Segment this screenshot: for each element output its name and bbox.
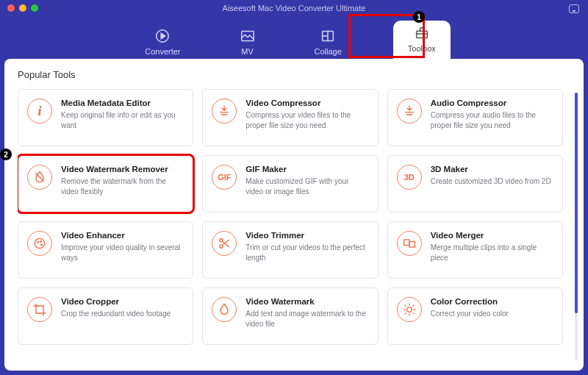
tool-title: GIF Maker bbox=[245, 165, 367, 174]
tool-title: Video Compressor bbox=[245, 99, 367, 107]
svg-rect-10 bbox=[404, 240, 409, 246]
tool-audio-compressor[interactable]: Audio Compressor Compress your audio fil… bbox=[387, 89, 563, 146]
tool-desc: Correct your video color bbox=[431, 309, 552, 319]
compress-audio-icon bbox=[397, 99, 422, 124]
tool-title: Video Enhancer bbox=[61, 231, 182, 240]
svg-point-8 bbox=[220, 239, 223, 242]
svg-point-5 bbox=[37, 242, 39, 243]
tool-gif-maker[interactable]: GIF GIF Maker Make customized GIF with y… bbox=[202, 155, 378, 213]
tool-desc: Merge multiple clips into a single piece bbox=[431, 243, 552, 262]
tool-title: Video Merger bbox=[431, 231, 552, 240]
tool-title: Video Watermark Remover bbox=[61, 165, 182, 174]
content-panel: Popular Tools i Media Metadata Editor Ke… bbox=[4, 59, 584, 371]
app-title: Aiseesoft Mac Video Converter Ultimate bbox=[0, 4, 588, 12]
scrollbar-thumb[interactable] bbox=[575, 93, 578, 313]
tool-title: Color Correction bbox=[431, 297, 552, 306]
svg-point-6 bbox=[40, 241, 42, 243]
tool-desc: Remove the watermark from the video flex… bbox=[61, 176, 182, 196]
tool-title: Video Cropper bbox=[61, 297, 182, 306]
tool-desc: Keep original file info or edit as you w… bbox=[61, 110, 182, 130]
tool-desc: Compress your audio files to the proper … bbox=[431, 110, 552, 130]
toolbox-icon bbox=[414, 25, 430, 41]
compress-icon bbox=[212, 99, 237, 124]
tab-label: Converter bbox=[145, 47, 180, 56]
3d-icon: 3D bbox=[397, 165, 422, 190]
tab-converter[interactable]: Converter bbox=[137, 25, 187, 59]
svg-point-7 bbox=[41, 244, 43, 246]
tool-desc: Add text and image watermark to the vide… bbox=[245, 309, 367, 329]
image-icon bbox=[240, 28, 256, 44]
tool-video-trimmer[interactable]: Video Trimmer Trim or cut your videos to… bbox=[202, 221, 378, 279]
tool-3d-maker[interactable]: 3D 3D Maker Create customized 3D video f… bbox=[387, 155, 563, 213]
tab-mv[interactable]: MV bbox=[232, 25, 263, 59]
merge-icon bbox=[397, 231, 422, 256]
tool-desc: Make customized GIF with your video or i… bbox=[245, 176, 367, 196]
tool-desc: Trim or cut your videos to the perfect l… bbox=[245, 243, 367, 262]
tool-desc: Create customized 3D video from 2D bbox=[431, 176, 552, 187]
crop-icon bbox=[27, 297, 52, 322]
tool-video-watermark-remover[interactable]: Video Watermark Remover Remove the water… bbox=[18, 155, 193, 213]
main-tabs: Converter MV Collage Toolbox 1 bbox=[0, 16, 588, 59]
sun-icon bbox=[397, 297, 422, 322]
tool-desc: Improve your video quality in several wa… bbox=[61, 243, 182, 262]
svg-rect-11 bbox=[409, 242, 415, 248]
palette-icon bbox=[27, 231, 52, 256]
tools-grid: i Media Metadata Editor Keep original fi… bbox=[18, 89, 570, 345]
tool-title: Video Watermark bbox=[245, 297, 367, 306]
tool-video-enhancer[interactable]: Video Enhancer Improve your video qualit… bbox=[18, 221, 193, 279]
tool-color-correction[interactable]: Color Correction Correct your video colo… bbox=[387, 288, 563, 345]
tab-label: Collage bbox=[315, 47, 342, 56]
tool-desc: Compress your video files to the proper … bbox=[245, 110, 367, 130]
tab-collage[interactable]: Collage bbox=[307, 25, 349, 59]
info-icon: i bbox=[27, 99, 52, 124]
tab-toolbox[interactable]: Toolbox bbox=[393, 21, 451, 59]
droplet-slash-icon bbox=[27, 165, 52, 190]
svg-point-9 bbox=[220, 245, 223, 248]
collage-icon bbox=[320, 28, 336, 44]
titlebar: Aiseesoft Mac Video Converter Ultimate bbox=[0, 0, 588, 16]
tool-title: Media Metadata Editor bbox=[61, 99, 182, 107]
svg-rect-3 bbox=[416, 31, 427, 38]
scrollbar[interactable] bbox=[575, 93, 578, 360]
tab-label: MV bbox=[241, 47, 254, 56]
scissors-icon bbox=[212, 231, 237, 256]
tool-video-cropper[interactable]: Video Cropper Crop the redundant video f… bbox=[18, 288, 193, 345]
tool-title: 3D Maker bbox=[431, 165, 552, 174]
tool-desc: Crop the redundant video footage bbox=[61, 309, 182, 319]
feedback-icon[interactable] bbox=[569, 4, 579, 13]
tool-video-merger[interactable]: Video Merger Merge multiple clips into a… bbox=[387, 221, 563, 279]
gif-icon: GIF bbox=[212, 165, 237, 190]
tool-video-compressor[interactable]: Video Compressor Compress your video fil… bbox=[202, 89, 378, 146]
annotation-callout-2: 2 bbox=[0, 149, 12, 160]
droplet-icon bbox=[212, 297, 237, 322]
tool-title: Video Trimmer bbox=[245, 231, 367, 240]
tool-media-metadata-editor[interactable]: i Media Metadata Editor Keep original fi… bbox=[18, 89, 193, 146]
svg-point-12 bbox=[406, 307, 412, 312]
section-title: Popular Tools bbox=[18, 69, 570, 80]
annotation-callout-1: 1 bbox=[413, 11, 425, 23]
svg-point-4 bbox=[35, 238, 44, 248]
tab-label: Toolbox bbox=[408, 44, 436, 53]
tool-title: Audio Compressor bbox=[431, 99, 552, 107]
tool-video-watermark[interactable]: Video Watermark Add text and image water… bbox=[202, 288, 378, 345]
play-circle-icon bbox=[154, 28, 171, 44]
